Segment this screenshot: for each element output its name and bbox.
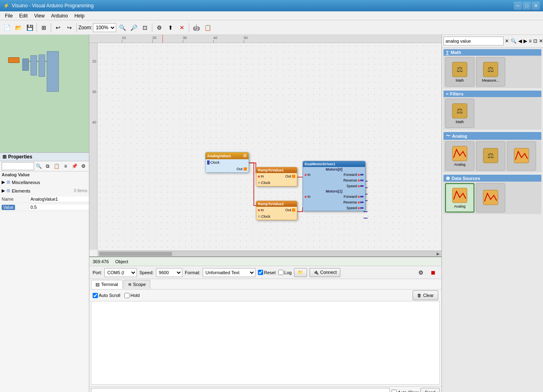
math-section-label: Math xyxy=(451,50,461,55)
svg-text:⚖: ⚖ xyxy=(456,107,463,115)
menu-help[interactable]: Help xyxy=(71,12,88,19)
reset-checkbox-label[interactable]: Reset xyxy=(258,270,276,275)
data-sources-card2[interactable] xyxy=(476,183,505,212)
upload-button[interactable]: ⬆ xyxy=(165,22,176,33)
autoclear-label[interactable]: Auto Clear xyxy=(392,390,419,392)
new-button[interactable]: 📄 xyxy=(2,22,12,33)
motors0-speed: Speed xyxy=(303,183,365,189)
props-pin-btn[interactable]: 📌 xyxy=(70,162,78,170)
autoscroll-label[interactable]: Auto Scroll xyxy=(93,293,120,298)
search-clear-btn[interactable]: ✕ xyxy=(504,37,509,45)
analog-value-block[interactable]: AnalogValue1 ⚙ ⊓ Clock Out xyxy=(205,152,249,173)
ramp-value1-block[interactable]: RampToValue1 In Out xyxy=(256,167,297,186)
send-button[interactable]: Send xyxy=(420,388,440,392)
tab-terminal[interactable]: ▤ Terminal xyxy=(91,280,123,289)
connect-button[interactable]: 🔌 Connect xyxy=(309,268,340,277)
autoclear-checkbox[interactable] xyxy=(392,390,397,392)
ramp2-clock-label: Clock xyxy=(261,214,270,219)
preview-area[interactable] xyxy=(0,35,89,153)
props-misc-header[interactable]: ▶ ⊞ Miscellaneous xyxy=(2,179,87,186)
menu-arduino[interactable]: Arduino xyxy=(48,12,71,19)
delete-button[interactable]: ✕ xyxy=(177,22,187,33)
analog-card3[interactable] xyxy=(507,141,536,171)
canvas-wrapper[interactable]: 20 30 40 xyxy=(89,43,441,256)
reset-checkbox[interactable] xyxy=(258,270,263,275)
search-opt2-btn[interactable]: ⊡ xyxy=(533,37,538,45)
log-checkbox-label[interactable]: Log xyxy=(278,270,292,275)
props-copy-btn[interactable]: ⧉ xyxy=(44,162,52,170)
filters-math-card[interactable]: ⚖ Math xyxy=(445,99,474,128)
scroll-right-btn[interactable]: ▶ xyxy=(437,251,441,256)
value-value[interactable]: 0.5 xyxy=(28,205,89,210)
h-scrollbar-thumb[interactable] xyxy=(99,252,172,256)
speed-select[interactable]: 9600 19200 115200 xyxy=(156,268,182,277)
undo-button[interactable]: ↩ xyxy=(53,22,63,33)
dual-motor-block[interactable]: DualMotorDriver1 Motors[0] In xyxy=(303,161,366,211)
analog-hl-label: Analog xyxy=(454,204,465,208)
math-section-header[interactable]: ∑ Math xyxy=(443,49,541,56)
right-content: ∑ Math ⚖ Math xyxy=(442,48,543,392)
serial-settings-btn[interactable]: ⚙ xyxy=(415,267,426,278)
log-checkbox[interactable] xyxy=(278,270,283,275)
math-card[interactable]: ⚖ Math xyxy=(445,57,474,87)
props-section-label: Analog Value xyxy=(0,171,89,178)
search-fwd-btn[interactable]: ▶ xyxy=(523,37,528,45)
port-select[interactable]: COM5 (I xyxy=(104,268,137,277)
props-elements-header[interactable]: ▶ ⊞ Elements 0 Items xyxy=(2,187,87,194)
open-button[interactable]: 📂 xyxy=(13,22,24,33)
search-close-btn[interactable]: ✕ xyxy=(539,37,543,45)
tab-scope[interactable]: ≋ Scope xyxy=(123,280,150,289)
terminal-content[interactable] xyxy=(91,301,440,385)
m0-spd-label: Speed xyxy=(346,184,357,188)
data-sources-header[interactable]: ◉ Data Sources xyxy=(443,175,541,182)
filters-section-header[interactable]: ≈ Filters xyxy=(443,91,541,97)
menu-view[interactable]: View xyxy=(31,12,48,19)
compile-button[interactable]: ⚙ xyxy=(154,22,164,33)
hold-label-wrap[interactable]: Hold xyxy=(124,293,140,298)
ruler-horizontal: 10 20 30 40 50 xyxy=(89,35,441,43)
serial-stop-btn[interactable]: ⏹ xyxy=(428,267,438,278)
ramp-value2-block[interactable]: RampToValue2 In Out xyxy=(256,201,297,220)
menu-edit[interactable]: Edit xyxy=(16,12,31,19)
grid-button[interactable]: ⊞ xyxy=(39,22,49,33)
analog-gear[interactable]: ⚙ xyxy=(243,153,247,158)
hold-checkbox[interactable] xyxy=(124,293,130,298)
analog-section-icon: 〜 xyxy=(446,133,450,139)
props-filter-btn[interactable]: ≡ xyxy=(61,162,69,170)
arduino-btn[interactable]: 🤖 xyxy=(191,22,201,33)
component-search-input[interactable] xyxy=(443,37,504,45)
minimize-button[interactable]: ─ xyxy=(514,2,522,10)
h-scrollbar[interactable]: ▶ xyxy=(97,251,441,256)
board-btn[interactable]: 📋 xyxy=(202,22,213,33)
search-opt1-btn[interactable]: ≡ xyxy=(528,37,532,45)
m1-spd-label: Speed xyxy=(346,206,357,210)
serial-input[interactable] xyxy=(91,388,390,392)
clear-button[interactable]: 🗑 Clear xyxy=(413,290,438,300)
zoom-select[interactable]: 100% 50% 75% 125% 150% xyxy=(93,23,116,32)
zoom-fit-button[interactable]: ⊡ xyxy=(140,22,150,33)
zoom-out-button[interactable]: 🔎 xyxy=(128,22,139,33)
redo-button[interactable]: ↪ xyxy=(64,22,75,33)
measure-card[interactable]: ⚖ Measure... xyxy=(476,57,505,87)
analog-card2[interactable]: ⚖ xyxy=(476,141,505,171)
maximize-button[interactable]: □ xyxy=(523,2,531,10)
search-go-btn[interactable]: 🔍 xyxy=(510,37,517,45)
zoom-in-button[interactable]: 🔍 xyxy=(117,22,128,33)
save-button[interactable]: 💾 xyxy=(24,22,35,33)
analog-card1[interactable]: Analog xyxy=(445,141,474,171)
props-elements-section: ▶ ⊞ Elements 0 Items xyxy=(0,186,89,195)
props-paste-btn[interactable]: 📋 xyxy=(53,162,61,170)
props-search-input[interactable] xyxy=(2,162,34,170)
autoscroll-checkbox[interactable] xyxy=(93,293,98,298)
props-search-btn[interactable]: 🔍 xyxy=(35,162,43,170)
name-value[interactable]: AnalogValue1 xyxy=(28,197,89,201)
props-settings-btn[interactable]: ⚙ xyxy=(79,162,87,170)
format-select[interactable]: Unformatted Text Hex Dec xyxy=(203,268,255,277)
analog-highlighted-card[interactable]: Analog xyxy=(445,183,474,212)
analog-section-header[interactable]: 〜 Analog xyxy=(443,132,541,140)
close-button[interactable]: ✕ xyxy=(532,2,540,10)
search-back-btn[interactable]: ◀ xyxy=(518,37,522,45)
menu-file[interactable]: File xyxy=(2,12,16,19)
log-file-btn[interactable]: 📁 xyxy=(294,268,307,277)
canvas-inner[interactable]: AnalogValue1 ⚙ ⊓ Clock Out xyxy=(97,43,441,250)
